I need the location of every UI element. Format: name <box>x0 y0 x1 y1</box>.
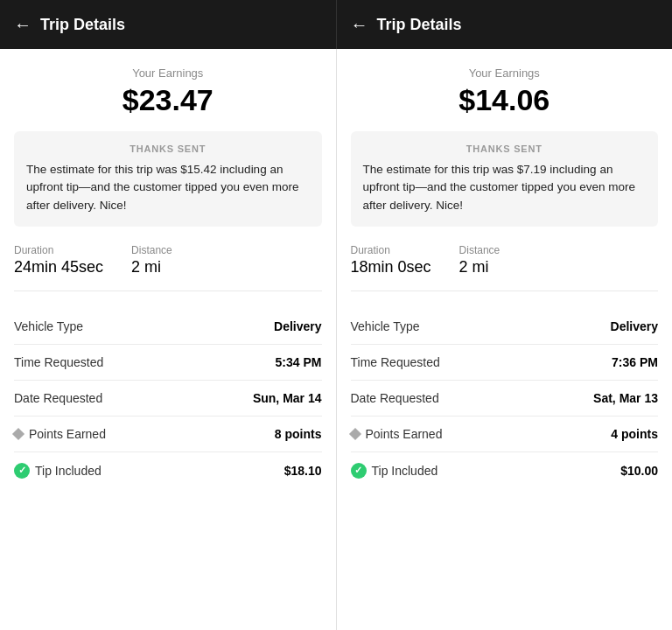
diamond-icon <box>348 428 360 440</box>
detail-value: 7:36 PM <box>612 355 658 369</box>
back-arrow[interactable]: ← <box>14 15 32 35</box>
detail-row: Date RequestedSat, Mar 13 <box>351 381 659 416</box>
detail-row: Time Requested7:36 PM <box>351 345 659 381</box>
detail-row: Tip Included$18.10 <box>14 452 322 489</box>
detail-row: Vehicle TypeDelivery <box>14 309 322 345</box>
metric-label: Distance <box>459 244 500 256</box>
diamond-icon <box>12 428 24 440</box>
detail-value: 4 points <box>611 427 658 441</box>
metric-value: 2 mi <box>131 258 172 276</box>
earnings-section: Your Earnings$14.06 <box>351 66 659 117</box>
detail-key: Time Requested <box>14 355 103 369</box>
metric-value: 24min 45sec <box>14 258 103 276</box>
detail-value: 8 points <box>275 427 322 441</box>
thanks-title: THANKS SENT <box>26 144 310 154</box>
detail-row: Points Earned8 points <box>14 416 322 452</box>
detail-row: Points Earned4 points <box>351 416 659 452</box>
metrics-row: Duration24min 45secDistance2 mi <box>14 244 322 291</box>
detail-key: Tip Included <box>14 463 102 479</box>
detail-row: Time Requested5:34 PM <box>14 345 322 381</box>
detail-value: Delivery <box>274 319 321 333</box>
back-arrow[interactable]: ← <box>351 15 368 35</box>
metric-value: 18min 0sec <box>351 258 431 276</box>
detail-key: Tip Included <box>351 463 438 479</box>
header-panel-left: ←Trip Details <box>0 0 337 49</box>
detail-key: Date Requested <box>351 391 439 405</box>
header-title: Trip Details <box>40 16 125 34</box>
metric-label: Distance <box>131 244 172 256</box>
detail-key: Vehicle Type <box>14 319 83 333</box>
detail-row: Date RequestedSun, Mar 14 <box>14 381 322 416</box>
detail-key: Date Requested <box>14 391 102 405</box>
detail-value: $10.00 <box>620 464 658 478</box>
thanks-box: THANKS SENTThe estimate for this trip wa… <box>14 131 322 227</box>
metric-value: 2 mi <box>459 258 500 276</box>
metric: Duration24min 45sec <box>14 244 103 276</box>
detail-key: Points Earned <box>14 427 106 441</box>
thanks-text: The estimate for this trip was $15.42 in… <box>26 161 310 214</box>
earnings-section: Your Earnings$23.47 <box>14 66 322 117</box>
metric-label: Duration <box>14 244 103 256</box>
detail-value: Sat, Mar 13 <box>593 391 658 405</box>
metric: Distance2 mi <box>459 244 500 276</box>
header-panel-right: ←Trip Details <box>337 0 673 49</box>
thanks-title: THANKS SENT <box>363 144 647 154</box>
metric: Distance2 mi <box>131 244 172 276</box>
detail-key: Vehicle Type <box>351 319 420 333</box>
detail-value: 5:34 PM <box>276 355 322 369</box>
earnings-label: Your Earnings <box>14 66 322 80</box>
detail-rows: Vehicle TypeDeliveryTime Requested5:34 P… <box>14 309 322 489</box>
metric-label: Duration <box>351 244 431 256</box>
header-bar: ←Trip Details←Trip Details <box>0 0 672 49</box>
check-icon <box>14 463 30 479</box>
header-title: Trip Details <box>377 16 462 34</box>
detail-row: Tip Included$10.00 <box>351 452 659 489</box>
detail-value: Sun, Mar 14 <box>253 391 322 405</box>
panel-right: Your Earnings$14.06THANKS SENTThe estima… <box>337 49 673 630</box>
detail-row: Vehicle TypeDelivery <box>351 309 659 345</box>
panels-container: Your Earnings$23.47THANKS SENTThe estima… <box>0 49 672 630</box>
metrics-row: Duration18min 0secDistance2 mi <box>351 244 659 291</box>
detail-value: $18.10 <box>284 464 322 478</box>
detail-value: Delivery <box>611 319 658 333</box>
thanks-text: The estimate for this trip was $7.19 inc… <box>363 161 647 214</box>
panel-left: Your Earnings$23.47THANKS SENTThe estima… <box>0 49 337 630</box>
check-icon <box>351 463 367 479</box>
detail-key: Points Earned <box>351 427 443 441</box>
thanks-box: THANKS SENTThe estimate for this trip wa… <box>351 131 659 227</box>
detail-rows: Vehicle TypeDeliveryTime Requested7:36 P… <box>351 309 659 489</box>
earnings-amount: $14.06 <box>351 83 659 117</box>
earnings-label: Your Earnings <box>351 66 659 80</box>
detail-key: Time Requested <box>351 355 440 369</box>
metric: Duration18min 0sec <box>351 244 431 276</box>
earnings-amount: $23.47 <box>14 83 322 117</box>
